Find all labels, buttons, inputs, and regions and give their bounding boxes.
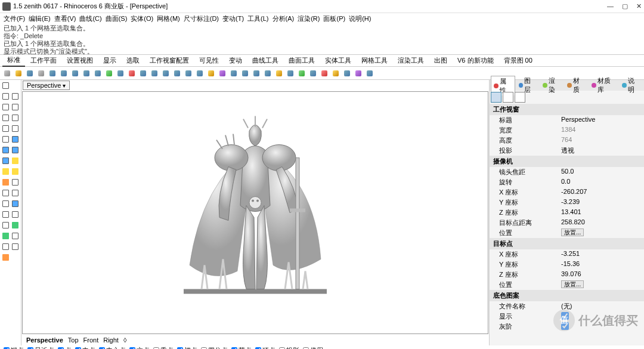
tool-polyline-icon[interactable] xyxy=(1,103,10,112)
tool-torus-icon[interactable] xyxy=(11,167,20,176)
menu-dimension[interactable]: 尺寸标注(D) xyxy=(184,14,219,23)
osnap-near[interactable]: 最近点 xyxy=(27,346,54,350)
osnap-mid[interactable]: 中点 xyxy=(75,346,95,350)
osnap-end[interactable]: 端点 xyxy=(4,346,24,350)
tool-open-icon[interactable] xyxy=(14,69,23,78)
tool-ellipse-icon[interactable] xyxy=(11,124,20,133)
tool-cylinder-icon[interactable] xyxy=(1,156,10,165)
tool-layers-icon[interactable] xyxy=(274,69,284,78)
tool-redo-icon[interactable] xyxy=(93,69,103,78)
tool-render-icon[interactable] xyxy=(206,69,216,78)
tool-lock-icon[interactable] xyxy=(320,69,329,78)
tool-rect-icon[interactable] xyxy=(11,113,20,122)
tool-cone-icon[interactable] xyxy=(11,156,20,165)
osnap-quad[interactable]: 四分点 xyxy=(201,346,228,350)
tool-line-icon[interactable] xyxy=(11,92,20,101)
tool-dim-icon[interactable] xyxy=(1,210,10,219)
osnap-project[interactable]: 投影 xyxy=(279,346,299,350)
viewport-label[interactable]: Perspective ▾ xyxy=(23,81,70,90)
tool-hide-icon[interactable] xyxy=(297,69,306,78)
tab-meshtools[interactable]: 网格工具 xyxy=(357,55,392,66)
tool-arc-icon[interactable] xyxy=(1,113,10,122)
tool-zoomsel-icon[interactable] xyxy=(195,69,205,78)
view-top[interactable]: Top xyxy=(68,336,79,344)
tool-editpt-icon[interactable] xyxy=(354,69,363,78)
osnap-tan[interactable]: 切点 xyxy=(177,346,197,350)
tool-match-icon[interactable] xyxy=(365,69,374,78)
tool-box-icon[interactable] xyxy=(1,146,10,155)
tool-surface-icon[interactable] xyxy=(11,135,20,144)
tool-move-icon[interactable] xyxy=(1,221,10,230)
menu-file[interactable]: 文件(F) xyxy=(4,14,25,23)
tab-cplane[interactable]: 工作平面 xyxy=(26,55,61,66)
menu-mesh[interactable]: 网格(M) xyxy=(157,14,180,23)
menu-view[interactable]: 查看(V) xyxy=(54,14,76,23)
command-history[interactable]: 已加入 1 个网格至选取集合。 指令: _Delete 已加入 1 个网格至选取… xyxy=(0,24,644,55)
tool-curve-icon[interactable] xyxy=(1,135,10,144)
tool-rotate-icon[interactable] xyxy=(150,69,159,78)
tool-undo-icon[interactable] xyxy=(82,69,91,78)
tool-filter-icon[interactable] xyxy=(331,69,340,78)
minimize-button[interactable]: — xyxy=(607,2,614,10)
view-right[interactable]: Right xyxy=(103,336,119,344)
osnap-knot[interactable]: 节点 xyxy=(231,346,252,350)
tool-save-icon[interactable] xyxy=(25,69,35,78)
tab-viewport[interactable]: 工作视窗配置 xyxy=(145,55,194,66)
tool-mirror-icon[interactable] xyxy=(1,242,10,251)
tool-pan-icon[interactable] xyxy=(138,69,148,78)
tool-help-icon[interactable] xyxy=(286,69,295,78)
tool-copy-icon[interactable] xyxy=(59,69,69,78)
tab-curvetools[interactable]: 曲线工具 xyxy=(247,55,283,66)
tool-zoomwin-icon[interactable] xyxy=(172,69,182,78)
tool-ellipsoid-icon[interactable] xyxy=(1,167,10,176)
tool-pointer-icon[interactable] xyxy=(1,81,10,90)
tab-surfacetools[interactable]: 曲面工具 xyxy=(284,55,320,66)
osnap-cen[interactable]: 中心点 xyxy=(99,346,126,350)
menu-panels[interactable]: 面板(P) xyxy=(323,14,345,23)
propmode-object-icon[interactable] xyxy=(503,92,513,103)
osnap-vertex[interactable]: 顶点 xyxy=(255,346,275,350)
osnap-perp[interactable]: 垂点 xyxy=(153,346,174,350)
tool-show-icon[interactable] xyxy=(308,69,318,78)
tab-visibility[interactable]: 可见性 xyxy=(194,55,224,66)
tool-hatch-icon[interactable] xyxy=(11,210,20,219)
tool-sphere-icon[interactable] xyxy=(11,146,20,155)
tool-sweep-icon[interactable] xyxy=(11,189,20,197)
tab-drafting[interactable]: 出图 xyxy=(429,55,452,66)
camera-place-button[interactable]: 放置... xyxy=(561,228,584,236)
tool-array-icon[interactable] xyxy=(11,242,20,251)
menu-render[interactable]: 渲染(R) xyxy=(298,14,320,23)
menu-curve[interactable]: 曲线(C) xyxy=(79,14,101,23)
tool-trim-icon[interactable] xyxy=(1,253,10,262)
tool-loft-icon[interactable] xyxy=(1,199,10,208)
menu-edit[interactable]: 编辑(E) xyxy=(29,14,51,23)
tool-rotate2-icon[interactable] xyxy=(1,231,10,240)
tool-paste-icon[interactable] xyxy=(70,69,80,78)
menu-transform[interactable]: 变动(T) xyxy=(222,14,244,23)
maximize-button[interactable]: ▢ xyxy=(622,2,628,10)
tab-solidtools[interactable]: 实体工具 xyxy=(320,55,356,66)
viewport-canvas[interactable] xyxy=(22,91,488,334)
menu-analyze[interactable]: 分析(A) xyxy=(273,14,295,23)
menu-solid[interactable]: 实体(O) xyxy=(131,14,153,23)
osnap-disable[interactable]: 停用 xyxy=(303,346,323,350)
tool-extrude-icon[interactable] xyxy=(11,178,20,187)
tab-bgimage[interactable]: 背景图 00 xyxy=(499,55,537,66)
tool-pipe-icon[interactable] xyxy=(1,178,10,187)
tab-display[interactable]: 显示 xyxy=(98,55,121,66)
wallpaper-gray-checkbox[interactable] xyxy=(561,322,569,330)
tab-transform[interactable]: 变动 xyxy=(224,55,247,66)
tool-renderpreview-icon[interactable] xyxy=(218,69,227,78)
tab-v6new[interactable]: V6 的新功能 xyxy=(453,55,499,66)
tool-point-icon[interactable] xyxy=(1,92,10,101)
tool-circle-icon[interactable] xyxy=(11,103,20,112)
tool-wire-icon[interactable] xyxy=(240,69,250,78)
tool-revolve-icon[interactable] xyxy=(1,189,10,197)
tab-select[interactable]: 选取 xyxy=(122,55,144,66)
view-front[interactable]: Front xyxy=(83,336,99,344)
tool-scale-icon[interactable] xyxy=(11,231,20,240)
tool-properties-icon[interactable] xyxy=(263,69,273,78)
target-place-button[interactable]: 放置... xyxy=(561,280,584,288)
menu-help[interactable]: 说明(H) xyxy=(349,14,371,23)
tab-rendertools[interactable]: 渲染工具 xyxy=(393,55,429,66)
